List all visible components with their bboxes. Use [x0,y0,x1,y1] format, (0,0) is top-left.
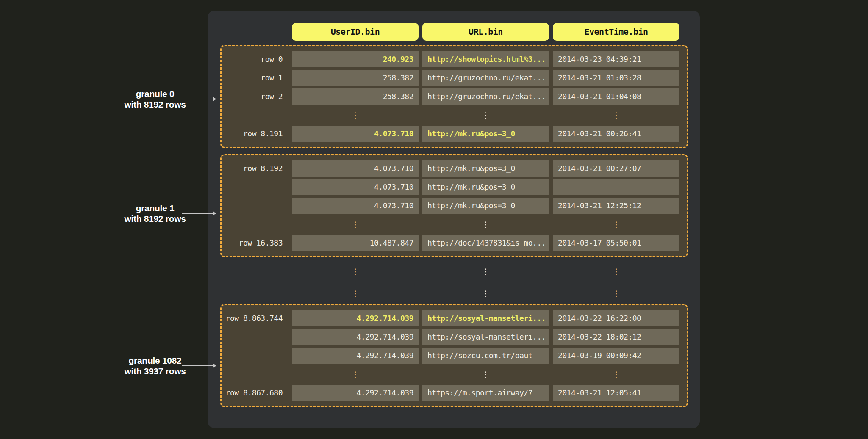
granule-1082-arrow-icon [182,365,213,366]
ellipsis-icon: ⋮ [553,285,679,301]
ellipsis-row: ⋮ ⋮ ⋮ [220,285,688,301]
eventtime-cell [553,179,679,195]
userid-cell: 4.292.714.039 [292,310,419,326]
userid-cell: 258.382 [292,70,419,86]
row-label: row 2 [222,88,292,105]
row-label [222,285,292,301]
row-label [222,216,292,232]
table-row: row 0 240.923 http://showtopics.html%3..… [222,51,687,67]
eventtime-cell: 2014-03-23 04:39:21 [553,51,679,67]
granule-label-line: with 3937 rows [92,366,219,376]
row-label [222,329,292,345]
ellipsis-icon: ⋮ [292,285,419,301]
ellipsis-icon: ⋮ [292,263,419,279]
url-cell: http://mk.ru&pos=3_0 [422,160,549,177]
eventtime-cell: 2014-03-19 00:09:42 [553,348,679,364]
eventtime-cell: 2014-03-22 16:22:00 [553,310,679,326]
url-cell: http://gruzochno.ru/ekat... [422,88,549,105]
ellipsis-icon: ⋮ [292,216,419,232]
userid-cell: 4.073.710 [292,160,419,177]
row-label: row 16.383 [222,235,292,251]
granule-1-box: row 8.192 4.073.710 http://mk.ru&pos=3_0… [220,154,688,257]
url-cell: http://mk.ru&pos=3_0 [422,198,549,214]
granule-1-arrow-icon [182,213,213,214]
userid-cell: 4.292.714.039 [292,348,419,364]
eventtime-cell: 2014-03-21 01:04:08 [553,88,679,105]
table-row: 4.073.710 http://mk.ru&pos=3_0 [222,179,687,195]
row-label: row 8.863.744 [222,310,292,326]
ellipsis-icon: ⋮ [422,366,549,382]
url-cell: http://sozcu.com.tr/oaut [422,348,549,364]
url-cell: http://sosyal-mansetleri... [422,329,549,345]
userid-cell: 4.292.714.039 [292,385,419,401]
ellipsis-icon: ⋮ [553,107,679,123]
granule-0-arrow-icon [182,99,213,99]
row-label [222,107,292,123]
column-header-userid: UserID.bin [292,23,419,41]
eventtime-cell: 2014-03-21 01:03:28 [553,70,679,86]
table-row: row 8.867.680 4.292.714.039 https://m.sp… [222,385,687,401]
ellipsis-icon: ⋮ [422,285,549,301]
table-row: 4.073.710 http://mk.ru&pos=3_0 2014-03-2… [222,198,687,214]
userid-cell: 10.487.847 [292,235,419,251]
table-row: row 8.191 4.073.710 http://mk.ru&pos=3_0… [222,126,687,142]
granule-table: row 0 240.923 http://showtopics.html%3..… [220,45,688,413]
table-row: row 8.192 4.073.710 http://mk.ru&pos=3_0… [222,160,687,177]
userid-cell: 240.923 [292,51,419,67]
granule-0-box: row 0 240.923 http://showtopics.html%3..… [220,45,688,148]
ellipsis-icon: ⋮ [422,107,549,123]
column-headers: UserID.bin URL.bin EventTime.bin [292,23,679,41]
ellipsis-icon: ⋮ [553,216,679,232]
ellipsis-icon: ⋮ [292,366,419,382]
eventtime-cell: 2014-03-21 12:05:41 [553,385,679,401]
row-label: row 8.191 [222,126,292,142]
table-row: row 8.863.744 4.292.714.039 http://sosya… [222,310,687,326]
url-cell: http://showtopics.html%3... [422,51,549,67]
eventtime-cell: 2014-03-21 00:26:41 [553,126,679,142]
eventtime-cell: 2014-03-21 00:27:07 [553,160,679,177]
userid-cell: 4.073.710 [292,179,419,195]
table-row: row 1 258.382 http://gruzochno.ru/ekat..… [222,70,687,86]
url-cell: http://mk.ru&pos=3_0 [422,179,549,195]
table-row: row 16.383 10.487.847 http://doc/1437831… [222,235,687,251]
row-label [222,366,292,382]
granule-label-line: with 8192 rows [92,213,219,224]
row-label [222,198,292,214]
row-label: row 8.192 [222,160,292,177]
ellipsis-row: ⋮ ⋮ ⋮ [220,263,688,279]
clickhouse-granules-diagram: { "colors": { "page_bg": "#20221c", "pan… [0,0,868,439]
eventtime-cell: 2014-03-17 05:50:01 [553,235,679,251]
eventtime-cell: 2014-03-22 18:02:12 [553,329,679,345]
userid-cell: 258.382 [292,88,419,105]
granule-1082-box: row 8.863.744 4.292.714.039 http://sosya… [220,304,688,407]
ellipsis-row: ⋮ ⋮ ⋮ [222,107,687,123]
ellipsis-icon: ⋮ [422,216,549,232]
column-header-url: URL.bin [422,23,549,41]
row-label [222,263,292,279]
row-label [222,348,292,364]
granule-label-line: granule 1 [92,203,219,213]
url-cell: https://m.sport.airway/? [422,385,549,401]
eventtime-cell: 2014-03-21 12:25:12 [553,198,679,214]
data-part-panel: UserID.bin URL.bin EventTime.bin row 0 2… [208,11,700,428]
ellipsis-icon: ⋮ [553,263,679,279]
userid-cell: 4.292.714.039 [292,329,419,345]
userid-cell: 4.073.710 [292,126,419,142]
url-cell: http://doc/1437831&is_mo... [422,235,549,251]
table-row: 4.292.714.039 http://sosyal-mansetleri..… [222,329,687,345]
ellipsis-row: ⋮ ⋮ ⋮ [222,366,687,382]
url-cell: http://mk.ru&pos=3_0 [422,126,549,142]
row-label: row 0 [222,51,292,67]
ellipsis-icon: ⋮ [553,366,679,382]
row-label: row 8.867.680 [222,385,292,401]
granule-label-line: granule 1082 [92,355,219,366]
table-row: 4.292.714.039 http://sozcu.com.tr/oaut 2… [222,348,687,364]
url-cell: http://gruzochno.ru/ekat... [422,70,549,86]
ellipsis-icon: ⋮ [422,263,549,279]
ellipsis-row: ⋮ ⋮ ⋮ [222,216,687,232]
row-label [222,179,292,195]
userid-cell: 4.073.710 [292,198,419,214]
table-row: row 2 258.382 http://gruzochno.ru/ekat..… [222,88,687,105]
ellipsis-icon: ⋮ [292,107,419,123]
granule-label-line: with 8192 rows [92,99,219,110]
